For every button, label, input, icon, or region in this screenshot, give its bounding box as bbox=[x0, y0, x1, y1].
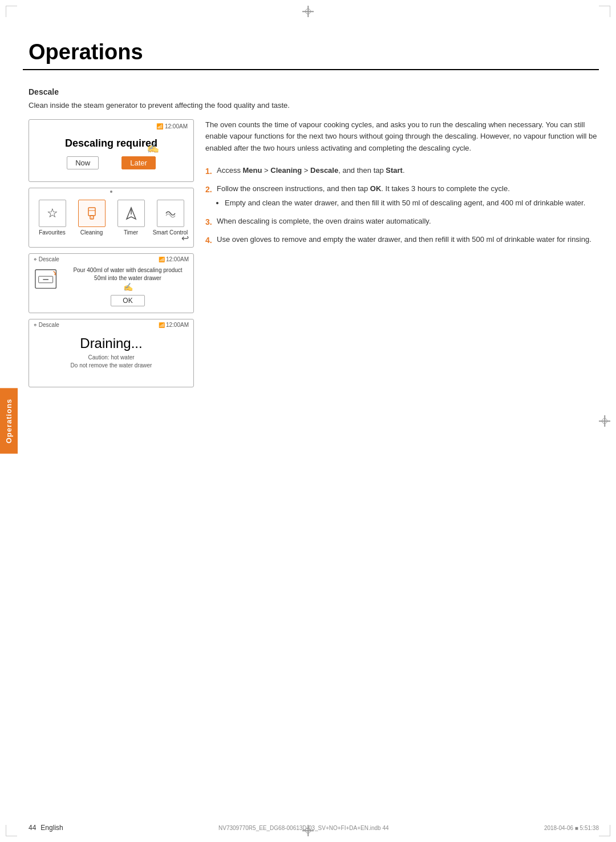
drawer-illustration bbox=[34, 268, 62, 291]
section-title: Descale bbox=[23, 87, 599, 96]
signature-mark: ✍ bbox=[123, 282, 133, 292]
screen1-buttons: Now Later bbox=[67, 156, 156, 169]
screen3-body: Pour 400ml of water with descaling produ… bbox=[29, 265, 193, 306]
favourites-label: Favourites bbox=[39, 229, 66, 236]
page-lang: English bbox=[40, 824, 63, 832]
screen-draining: ⌖ Descale 📶 12:00AM Draining... Caution:… bbox=[29, 319, 194, 387]
page-num: 44 bbox=[29, 824, 36, 832]
registration-mark-bottom bbox=[302, 825, 314, 836]
steps-list: 1. Access Menu > Cleaning > Descale, and… bbox=[205, 165, 599, 246]
step-1: 1. Access Menu > Cleaning > Descale, and… bbox=[205, 165, 599, 177]
smart-control-icon bbox=[163, 205, 179, 221]
signature-icon: ✍ bbox=[147, 141, 159, 154]
menu-item-favourites[interactable]: ☆ Favourites bbox=[33, 200, 72, 236]
footer-page-number: 44 English bbox=[29, 824, 63, 832]
dot-indicator bbox=[110, 191, 112, 193]
step-3: 3. When descaling is complete, the oven … bbox=[205, 216, 599, 228]
corner-mark-bl bbox=[6, 825, 17, 836]
screen-pour-water: ⌖ Descale 📶 12:00AM bbox=[29, 253, 194, 313]
main-content: Operations Descale Clean inside the stea… bbox=[23, 0, 599, 422]
back-arrow[interactable]: ↩ bbox=[181, 233, 189, 244]
instructions-column: The oven counts the time of vapour cooki… bbox=[205, 119, 599, 387]
page-title: Operations bbox=[23, 40, 599, 64]
screen-menu-icons: ☆ Favourites Cleanin bbox=[29, 188, 194, 248]
registration-mark-right bbox=[599, 415, 610, 427]
screen-descaling-required: 📶 12:00AM Descaling required ✍ Now Later bbox=[29, 119, 194, 182]
draining-caution: Caution: hot water Do not remove the wat… bbox=[71, 354, 152, 370]
bullet-item-1: Empty and clean the water drawer, and th… bbox=[225, 197, 585, 209]
screen3-instruction: Pour 400ml of water with descaling produ… bbox=[67, 266, 189, 282]
step-4: 4. Use oven gloves to remove and empty t… bbox=[205, 234, 599, 246]
step-1-text: Access Menu > Cleaning > Descale, and th… bbox=[217, 165, 405, 177]
svg-rect-0 bbox=[88, 208, 95, 216]
screen3-right: Pour 400ml of water with descaling produ… bbox=[67, 265, 189, 306]
section-description: Clean inside the steam generator to prev… bbox=[23, 100, 599, 111]
smart-control-icon-box bbox=[157, 200, 184, 227]
step-3-number: 3. bbox=[205, 216, 213, 228]
side-tab: Operations bbox=[0, 388, 18, 454]
step-2-bullets: Empty and clean the water drawer, and th… bbox=[217, 197, 585, 209]
registration-mark-top bbox=[302, 6, 314, 17]
menu-item-cleaning[interactable]: Cleaning bbox=[72, 200, 111, 236]
step-1-number: 1. bbox=[205, 165, 213, 177]
screen3-time: 📶 12:00AM bbox=[159, 256, 189, 262]
screen4-breadcrumb: ⌖ Descale bbox=[34, 322, 59, 329]
caution-line1: Caution: hot water bbox=[71, 354, 152, 362]
btn-now[interactable]: Now bbox=[67, 156, 99, 169]
screen3-topbar: ⌖ Descale 📶 12:00AM bbox=[29, 254, 193, 265]
timer-icon-box bbox=[117, 200, 145, 227]
favourites-icon-box: ☆ bbox=[39, 200, 66, 227]
draining-title: Draining... bbox=[80, 335, 142, 351]
step-2-number: 2. bbox=[205, 183, 213, 209]
step-3-text: When descaling is complete, the oven dra… bbox=[217, 216, 431, 228]
title-rule bbox=[23, 69, 599, 70]
wifi-icon: 📶 bbox=[156, 123, 163, 129]
timer-icon bbox=[123, 205, 139, 221]
screen1-title: Descaling required bbox=[65, 137, 157, 149]
screen4-time: 📶 12:00AM bbox=[159, 322, 189, 328]
cleaning-icon-box bbox=[78, 200, 106, 227]
page-footer: 44 English NV7309770R5_EE_DG68-00613D-03… bbox=[29, 824, 599, 832]
screen3-breadcrumb: ⌖ Descale bbox=[34, 256, 59, 263]
screen4-body: Draining... Caution: hot water Do not re… bbox=[29, 331, 193, 374]
cleaning-icon bbox=[84, 205, 100, 221]
footer-date-meta: 2018-04-06 ■ 5:51:38 bbox=[544, 825, 599, 831]
screen-mockups-column: 📶 12:00AM Descaling required ✍ Now Later bbox=[29, 119, 194, 387]
step-4-number: 4. bbox=[205, 234, 213, 246]
corner-mark-tl bbox=[6, 6, 17, 17]
btn-later[interactable]: Later bbox=[121, 156, 156, 169]
two-column-layout: 📶 12:00AM Descaling required ✍ Now Later bbox=[23, 119, 599, 387]
menu-item-smart-control[interactable]: Smart Control bbox=[151, 200, 190, 236]
cleaning-label: Cleaning bbox=[80, 229, 103, 236]
caution-line2: Do not remove the water drawer bbox=[71, 362, 152, 370]
screen1-topbar: 📶 12:00AM bbox=[156, 123, 188, 129]
corner-mark-tr bbox=[599, 6, 610, 17]
timer-label: Timer bbox=[124, 229, 138, 236]
step-2: 2. Follow the onscreen instructions, and… bbox=[205, 183, 599, 209]
star-icon: ☆ bbox=[47, 206, 58, 221]
screen4-topbar: ⌖ Descale 📶 12:00AM bbox=[29, 319, 193, 331]
menu-item-timer[interactable]: Timer bbox=[111, 200, 151, 236]
body-text: The oven counts the time of vapour cooki… bbox=[205, 119, 599, 155]
svg-rect-2 bbox=[90, 216, 94, 219]
water-drawer-icon bbox=[34, 265, 62, 294]
step-4-text: Use oven gloves to remove and empty the … bbox=[217, 234, 591, 246]
screen1-time: 12:00AM bbox=[165, 123, 188, 129]
corner-mark-br bbox=[599, 825, 610, 836]
step-2-text: Follow the onscreen instructions, and th… bbox=[217, 183, 585, 209]
screen3-ok-button[interactable]: OK bbox=[111, 295, 145, 306]
